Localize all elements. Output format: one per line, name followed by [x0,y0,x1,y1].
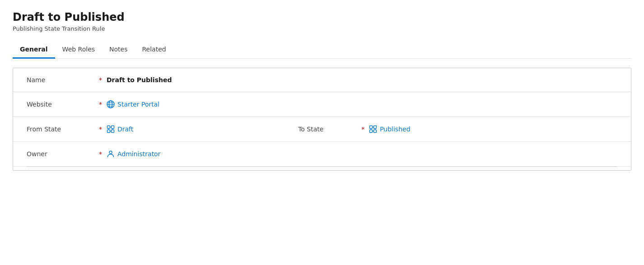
page-container: Draft to Published Publishing State Tran… [0,0,644,181]
to-state-link-text: Published [380,126,410,133]
tabs-bar: General Web Roles Notes Related [13,41,631,59]
svg-rect-5 [107,126,110,129]
owner-value-container: Administrator [107,150,617,158]
svg-rect-10 [374,126,377,129]
website-link[interactable]: Starter Portal [107,100,159,108]
owner-link[interactable]: Administrator [107,150,160,158]
to-state-required-star: * [361,126,364,133]
owner-required-star: * [99,150,102,158]
svg-rect-8 [112,130,114,133]
website-value-container: Starter Portal [107,100,617,108]
form-row-website: Website * Starter Portal [13,92,631,117]
form-row-states: From State * [13,117,631,142]
tab-notes[interactable]: Notes [102,41,135,59]
to-state-link[interactable]: Published [369,125,410,133]
to-state-entity-icon [369,125,377,133]
name-value: Draft to Published [107,76,617,84]
globe-icon [107,100,115,108]
from-state-label: From State [27,126,99,133]
form-row-name: Name * Draft to Published [13,68,631,92]
from-state-link-text: Draft [117,126,133,133]
from-state-value-container: Draft [107,125,298,133]
svg-point-13 [109,151,112,154]
from-state-entity-icon [107,125,115,133]
page-title: Draft to Published [13,11,631,23]
website-required-star: * [99,101,102,108]
owner-label: Owner [27,150,99,158]
name-label: Name [27,76,99,84]
website-label: Website [27,101,99,108]
form-bottom-line [27,167,617,170]
page-subtitle: Publishing State Transition Rule [13,25,631,32]
page-header: Draft to Published Publishing State Tran… [13,11,631,32]
tab-related[interactable]: Related [135,41,173,59]
svg-rect-6 [112,126,114,129]
to-state-value-container: Published [369,125,617,133]
from-state-required-star: * [99,126,102,133]
tab-web-roles[interactable]: Web Roles [55,41,102,59]
svg-rect-7 [107,130,110,133]
from-state-link[interactable]: Draft [107,125,133,133]
owner-link-text: Administrator [117,150,160,158]
form-panel: Name * Draft to Published Website * [13,68,631,171]
svg-rect-11 [370,130,373,133]
form-row-owner: Owner * Administrator [13,142,631,167]
svg-rect-9 [370,126,373,129]
website-link-text: Starter Portal [117,101,159,108]
svg-rect-12 [374,130,377,133]
person-icon [107,150,115,158]
to-state-label: To State [298,126,361,133]
name-required-star: * [99,76,102,84]
tab-general[interactable]: General [13,41,55,59]
